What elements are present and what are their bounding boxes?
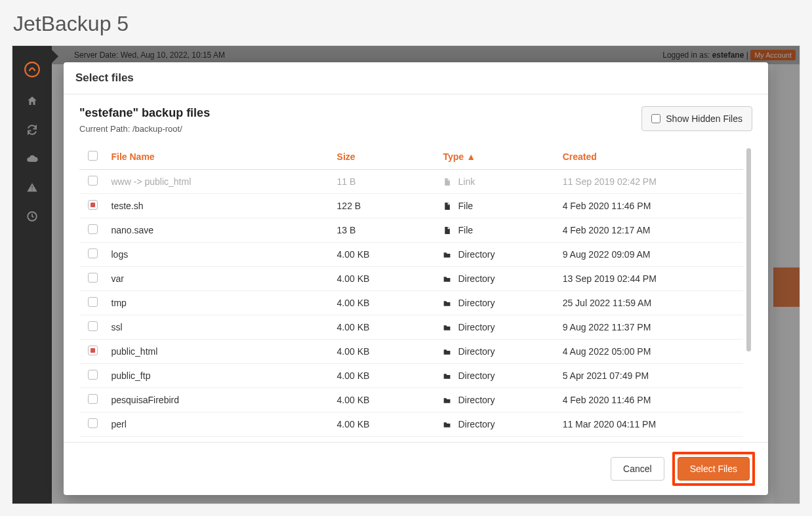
cell-created: 5 Apr 2021 07:49 PM	[558, 364, 743, 388]
cell-type: Directory	[437, 243, 557, 267]
app-logo-icon[interactable]	[12, 52, 52, 87]
select-files-highlight: Select Files	[672, 452, 755, 486]
cell-type: Directory	[437, 340, 557, 364]
cell-type: Directory	[437, 437, 557, 437]
folder-icon	[443, 275, 451, 283]
cell-type-label: Directory	[458, 395, 495, 405]
cell-filename[interactable]: public_html	[106, 340, 332, 364]
cell-type: File	[437, 194, 557, 218]
header-type[interactable]: Type▲	[437, 144, 557, 170]
cell-filename[interactable]: www -> public_html	[106, 170, 332, 194]
scrollbar-thumb[interactable]	[746, 148, 751, 351]
cell-created: 4 Feb 2020 12:17 AM	[558, 218, 743, 243]
cell-created: 13 Sep 2019 02:44 PM	[558, 267, 743, 291]
nav-pointer-icon	[52, 50, 58, 63]
cloud-download-icon[interactable]	[12, 144, 52, 173]
file-table-scroll[interactable]: File Name Size Type▲ Created www -> publ…	[79, 144, 752, 437]
cell-type-label: Directory	[458, 298, 495, 308]
row-checkbox[interactable]	[88, 248, 98, 258]
cell-size: 4.00 KB	[332, 267, 438, 291]
table-row[interactable]: perl4.00 KBDirectory11 Mar 2020 04:11 PM	[79, 412, 743, 437]
row-checkbox[interactable]	[88, 370, 98, 380]
table-row[interactable]: ssl4.00 KBDirectory9 Aug 2022 11:37 PM	[79, 315, 743, 340]
header-created[interactable]: Created	[558, 144, 743, 170]
table-row[interactable]: var4.00 KBDirectory13 Sep 2019 02:44 PM	[79, 267, 743, 291]
row-checkbox[interactable]	[88, 224, 98, 234]
table-row[interactable]: public_ftp4.00 KBDirectory5 Apr 2021 07:…	[79, 364, 743, 388]
modal-title: Select files	[64, 62, 768, 94]
folder-icon	[443, 420, 451, 429]
folder-icon	[443, 299, 451, 308]
header-filename[interactable]: File Name	[106, 144, 332, 170]
row-checkbox[interactable]	[88, 346, 98, 355]
cell-created: 9 Aug 2022 09:09 AM	[558, 243, 743, 267]
cell-type-label: Directory	[458, 346, 495, 357]
clock-icon[interactable]	[12, 202, 52, 231]
backup-subtitle: "estefane" backup files	[79, 106, 210, 120]
cell-type: Directory	[437, 267, 557, 291]
table-row[interactable]: tmp4.00 KBDirectory25 Jul 2022 11:59 AM	[79, 291, 743, 315]
cell-filename[interactable]: public_ftp	[106, 364, 332, 388]
cell-created: 9 Aug 2022 11:37 PM	[558, 315, 743, 340]
table-row[interactable]: firebird4.00 KBDirectory7 Jun 2021 03:56…	[79, 437, 743, 437]
cell-filename[interactable]: pesquisaFirebird	[106, 388, 332, 412]
cell-created: 25 Jul 2022 11:59 AM	[558, 291, 743, 315]
cell-filename[interactable]: teste.sh	[106, 194, 332, 218]
app-frame: Server Date: Wed, Aug 10, 2022, 10:15 AM…	[12, 45, 800, 504]
cell-type: Directory	[437, 412, 557, 437]
cell-type: Directory	[437, 388, 557, 412]
show-hidden-checkbox[interactable]	[651, 114, 660, 123]
scrollbar-track[interactable]	[746, 148, 751, 433]
table-row[interactable]: logs4.00 KBDirectory9 Aug 2022 09:09 AM	[79, 243, 743, 267]
row-checkbox[interactable]	[88, 200, 98, 210]
cell-size: 4.00 KB	[332, 388, 438, 412]
sync-icon[interactable]	[12, 115, 52, 144]
home-icon[interactable]	[12, 87, 52, 115]
cell-created: 11 Mar 2020 04:11 PM	[558, 412, 743, 437]
select-all-checkbox[interactable]	[88, 151, 98, 161]
table-row[interactable]: teste.sh122 BFile4 Feb 2020 11:46 PM	[79, 194, 743, 218]
header-checkbox-cell	[79, 144, 106, 170]
alert-icon[interactable]	[12, 173, 52, 202]
cell-filename[interactable]: var	[106, 267, 332, 291]
cell-created: 4 Aug 2022 05:00 PM	[558, 340, 743, 364]
file-icon	[443, 226, 451, 235]
table-row[interactable]: www -> public_html11 BLink11 Sep 2019 02…	[79, 170, 743, 194]
row-checkbox[interactable]	[88, 394, 98, 404]
row-checkbox[interactable]	[88, 273, 98, 283]
row-checkbox[interactable]	[88, 176, 98, 186]
cell-filename[interactable]: logs	[106, 243, 332, 267]
row-checkbox[interactable]	[88, 297, 98, 307]
show-hidden-toggle[interactable]: Show Hidden Files	[641, 106, 752, 131]
modal-body: "estefane" backup files Current Path: /b…	[64, 94, 768, 442]
select-files-button[interactable]: Select Files	[678, 457, 750, 481]
cell-type-label: Link	[458, 176, 475, 187]
cell-created: 11 Sep 2019 02:42 PM	[558, 170, 743, 194]
cell-filename[interactable]: nano.save	[106, 218, 332, 243]
cell-type: Directory	[437, 291, 557, 315]
file-table-wrap: File Name Size Type▲ Created www -> publ…	[79, 144, 752, 437]
folder-icon	[443, 396, 451, 405]
cell-type-label: Directory	[458, 249, 495, 260]
row-checkbox[interactable]	[88, 321, 98, 331]
cell-filename[interactable]: tmp	[106, 291, 332, 315]
cell-type-label: File	[458, 225, 473, 235]
cell-type-label: Directory	[458, 273, 495, 284]
table-row[interactable]: public_html4.00 KBDirectory4 Aug 2022 05…	[79, 340, 743, 364]
cell-filename[interactable]: ssl	[106, 315, 332, 340]
cell-size: 4.00 KB	[332, 412, 438, 437]
cell-type: Directory	[437, 364, 557, 388]
cell-filename[interactable]: perl	[106, 412, 332, 437]
cell-size: 4.00 KB	[332, 243, 438, 267]
app-title: JetBackup 5	[0, 0, 812, 45]
cell-created: 4 Feb 2020 11:46 PM	[558, 194, 743, 218]
cell-filename[interactable]: firebird	[106, 437, 332, 437]
table-row[interactable]: pesquisaFirebird4.00 KBDirectory4 Feb 20…	[79, 388, 743, 412]
row-checkbox[interactable]	[88, 418, 98, 428]
header-size[interactable]: Size	[332, 144, 438, 170]
cancel-button[interactable]: Cancel	[611, 457, 664, 481]
table-row[interactable]: nano.save13 BFile4 Feb 2020 12:17 AM	[79, 218, 743, 243]
cell-type-label: Directory	[458, 370, 495, 381]
svg-point-0	[25, 62, 39, 77]
header-type-label: Type	[443, 151, 464, 162]
